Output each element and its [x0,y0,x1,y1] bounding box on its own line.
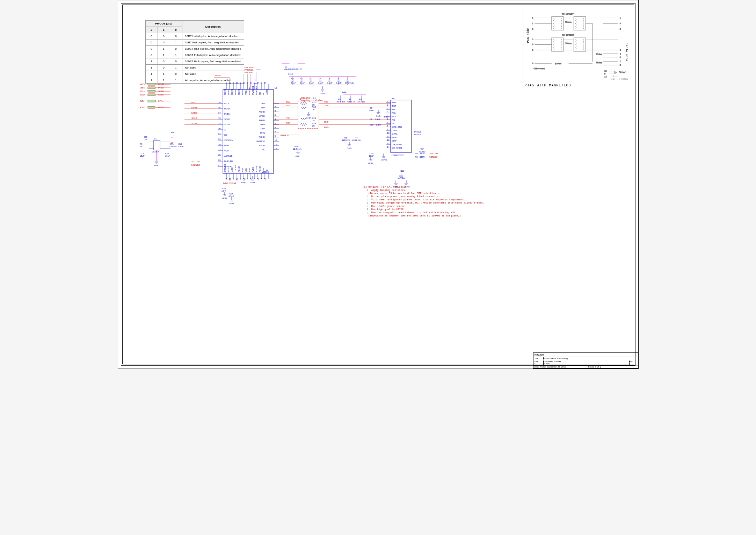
svg-text:30: 30 [218,128,221,130]
svg-text:RXP: RXP [286,122,290,124]
svg-text:AGND: AGND [259,119,265,121]
svg-text:75ohm: 75ohm [565,42,571,44]
svg-text:C17: C17 [222,187,226,190]
svg-text:49R9 1%: 49R9 1% [347,101,356,103]
svg-text:C3: C3 [310,78,312,80]
rj45-magnetics-diagram: TX=1CT:1CT 1 2 3 75ohm 1 2 3 RX=1CT:1CT … [523,9,631,89]
svg-text:TCT: TCT [392,105,396,107]
svg-text:AGND: AGND [259,111,265,113]
svg-text:3: 3 [275,110,276,112]
option-line: d. Use equal length differential MDI (Me… [363,201,485,205]
table-row: 00010BT Half-duplex, Auto-negotiation di… [145,33,244,40]
svg-text:AGND: AGND [259,136,265,138]
svg-text:0R: 0R [312,108,315,110]
svg-text:6.8nF: 6.8nF [376,124,381,126]
svg-text:ACTLED: ACTLED [224,155,233,157]
svg-text:C14: C14 [165,152,169,155]
io-port [148,90,156,92]
pmode-col-2: 2 [145,27,158,33]
svg-text:PMODE1: PMODE1 [252,86,254,95]
l1-value: HH-1M1608-121JT [284,68,302,70]
svg-text:12: 12 [275,148,277,150]
svg-text:12.4k 1%: 12.4k 1% [293,148,302,150]
svg-text:SCSn: SCSn [140,94,145,96]
svg-text:TXP: TXP [286,105,290,107]
svg-text:CGND: CGND [419,151,426,153]
brand-logo: WIZnet [535,353,544,356]
svg-text:39: 39 [232,82,234,84]
svg-text:C8: C8 [370,107,372,109]
svg-text:0.1uF: 0.1uF [309,82,314,84]
svg-text:10uF/6V: 10uF/6V [169,145,177,148]
svg-text:YLW+: YLW+ [392,140,398,142]
ghs-ground: GHs Ground [533,67,545,70]
svg-text:MISO: MISO [191,112,197,114]
svg-text:GND: GND [296,155,300,157]
svg-text:GND: GND [306,117,311,119]
svg-text:GRN+: GRN+ [392,133,398,135]
svg-text:RSVD: RSVD [231,89,233,95]
svg-text:3: 3 [387,107,388,109]
svg-text:RSVD: RSVD [241,89,243,95]
svg-text:10: 10 [387,132,390,134]
svg-text:PMODE0: PMODE0 [248,86,250,95]
svg-text:SPDLED: SPDLED [224,164,226,172]
io-port [148,94,156,96]
svg-text:TXN: TXN [261,102,265,105]
svg-text:C4: C4 [319,78,321,80]
svg-text:8: 8 [532,62,533,64]
svg-text:10nF: 10nF [221,190,226,192]
svg-text:AVDD: AVDD [259,144,265,147]
svg-text:MOSI: MOSI [140,83,145,85]
svg-text:1: 1 [532,17,533,19]
svg-text:TXP: TXP [261,107,265,109]
svg-text:C16: C16 [400,170,405,172]
svg-text:26: 26 [218,159,221,161]
svg-text:1v2O: 1v2O [223,182,228,184]
svg-text:AGND: AGND [238,166,240,172]
svg-text:6: 6 [532,49,533,51]
svg-text:L1: L1 [285,66,288,68]
option-line: e. Use stable power source. [363,205,485,208]
svg-text:INTn: INTn [191,101,196,104]
svg-text:2: 2 [619,28,620,30]
svg-text:R6: R6 [344,137,347,139]
svg-text:TOCAP: TOCAP [229,182,237,184]
svg-text:VBG: VBG [245,90,247,95]
svg-text:SCLK: SCLK [140,90,145,92]
svg-text:GND: GND [376,115,381,117]
svg-text:1: 1 [387,100,388,102]
svg-text:TD+: TD+ [392,101,396,104]
svg-text:R24: R24 [312,122,316,124]
svg-text:C18: C18 [229,193,233,195]
svg-text:0.1uF: 0.1uF [178,145,184,148]
svg-text:R10: R10 [295,145,299,148]
svg-text:12: 12 [604,76,607,78]
svg-text:INTn: INTn [140,100,144,102]
svg-text:6: 6 [387,118,388,120]
svg-text:R9: R9 [415,156,418,158]
svg-text:1M: 1M [144,138,147,141]
svg-text:LINKLED: LINKLED [191,164,201,166]
option-line: c. Void power and ground planes under di… [363,198,485,201]
pmode-col-1: 1 [158,27,170,33]
svg-text:GND: GND [154,164,159,166]
svg-text:PMODE2: PMODE2 [255,86,257,95]
option-line: (In our case, 33ohm was best for EMI red… [363,192,485,195]
schematic-page: PMODE [2:0] Description 2 1 0 00010BT Ha… [118,0,639,369]
svg-text:13: 13 [387,142,390,144]
ic-ref: U1 [275,87,277,89]
svg-text:VDD: VDD [224,150,229,152]
svg-text:22nF: 22nF [369,109,374,112]
svg-text:20: 20 [239,178,241,180]
svg-text:DNC: DNC [260,132,265,134]
svg-text:RSVD: RSVD [234,89,237,95]
date: Friday, September 25, 2015 [540,366,566,368]
svg-text:NC: NC [262,149,265,151]
svg-text:TD-: TD- [392,108,395,110]
svg-text:36: 36 [225,82,227,84]
svg-text:GND: GND [368,162,373,164]
svg-text:AVDD: AVDD [252,166,254,172]
svg-text:CHS_GND: CHS_GND [392,126,402,128]
table-row: 010100BT Half-duplex, Auto-negotiation d… [145,46,244,52]
